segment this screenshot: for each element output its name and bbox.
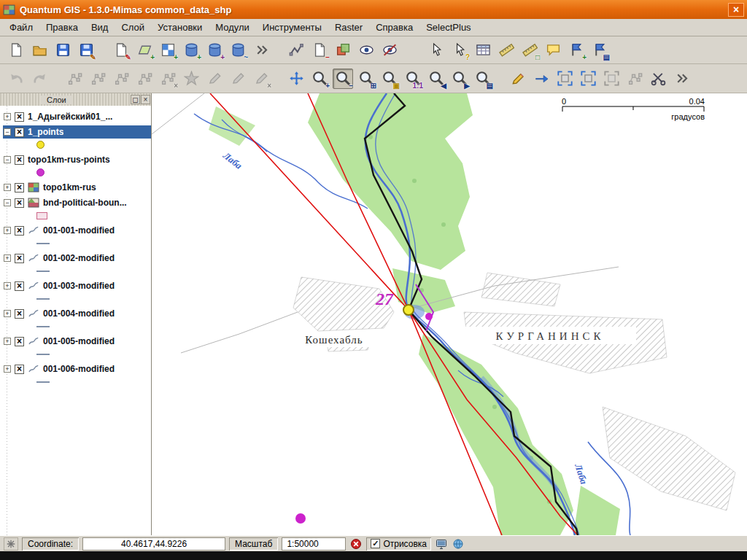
layer-row[interactable]: + × 001-005-modified bbox=[3, 335, 151, 348]
delete-selected-button[interactable]: × bbox=[158, 69, 178, 89]
reshape-features-button[interactable] bbox=[601, 69, 622, 89]
menu-item[interactable]: Установки bbox=[151, 20, 209, 35]
layer-visibility-checkbox[interactable]: × bbox=[15, 309, 24, 319]
stop-render-button[interactable] bbox=[349, 537, 363, 551]
add-to-overview-button[interactable] bbox=[333, 40, 353, 61]
panel-float-button[interactable]: ◻ bbox=[131, 95, 140, 104]
render-status-button[interactable] bbox=[435, 537, 448, 551]
map-canvas[interactable]: 27 Кошехабль КУРГАНИНСК Лаба Лаба bbox=[152, 93, 747, 535]
layer-visibility-checkbox[interactable]: × bbox=[15, 198, 24, 208]
save-project-button[interactable] bbox=[53, 40, 73, 61]
open-attribute-table-button[interactable] bbox=[473, 40, 493, 61]
capture-point-button[interactable] bbox=[181, 69, 201, 89]
pan-to-selected-button[interactable] bbox=[531, 69, 551, 89]
redo-button[interactable] bbox=[29, 69, 50, 89]
move-feature-button[interactable] bbox=[134, 69, 155, 89]
zoom-to-selection-button[interactable]: ▣ bbox=[379, 69, 400, 89]
zoom-out-button[interactable]: − bbox=[333, 69, 353, 89]
menu-item[interactable]: Правка bbox=[39, 20, 85, 35]
expander-toggle[interactable]: + bbox=[4, 365, 11, 373]
expander-toggle[interactable]: + bbox=[4, 310, 11, 317]
zoom-last-button[interactable]: ◀ bbox=[426, 69, 446, 89]
projection-button[interactable] bbox=[452, 537, 465, 551]
split-features-button[interactable] bbox=[648, 69, 668, 89]
capture-polygon-button[interactable] bbox=[228, 69, 248, 89]
menu-item[interactable]: Инструменты bbox=[256, 20, 328, 35]
layer-visibility-checkbox[interactable]: × bbox=[15, 128, 24, 137]
save-project-as-button[interactable]: ✎ bbox=[76, 40, 96, 61]
close-button[interactable]: × bbox=[728, 3, 744, 17]
expander-toggle[interactable]: + bbox=[4, 254, 11, 262]
toggle-editing-button[interactable] bbox=[508, 69, 528, 89]
expander-toggle[interactable]: + bbox=[4, 113, 11, 120]
zoom-in-button[interactable]: + bbox=[309, 69, 330, 89]
add-spatialite-layer-button[interactable]: + bbox=[204, 40, 225, 61]
add-ring-button[interactable] bbox=[554, 69, 575, 89]
layer-visibility-checkbox[interactable]: × bbox=[15, 337, 24, 346]
layer-visibility-checkbox[interactable]: × bbox=[15, 183, 24, 192]
expander-toggle[interactable]: + bbox=[4, 338, 11, 345]
scale-input[interactable] bbox=[282, 537, 346, 551]
layer-visibility-checkbox[interactable]: × bbox=[15, 254, 24, 263]
hide-all-layers-button[interactable] bbox=[379, 40, 400, 61]
toolbar-overflow-button[interactable] bbox=[251, 40, 271, 61]
layer-row[interactable]: − × bnd-political-boun... bbox=[3, 196, 151, 209]
measure-line-button[interactable] bbox=[496, 40, 516, 61]
layer-row[interactable]: + × 001-002-modified bbox=[3, 252, 151, 265]
menu-item[interactable]: Файл bbox=[3, 20, 39, 35]
add-postgis-layer-button[interactable]: + bbox=[181, 40, 201, 61]
layer-row[interactable]: + × 001-004-modified bbox=[3, 307, 151, 320]
menu-item[interactable]: Модули bbox=[209, 20, 256, 35]
render-checkbox[interactable]: ✓ bbox=[371, 539, 380, 548]
layer-row[interactable]: − × 1_points bbox=[3, 125, 151, 139]
measure-area-button[interactable]: □ bbox=[519, 40, 540, 61]
map-tips-button[interactable] bbox=[543, 40, 563, 61]
expander-toggle[interactable]: − bbox=[4, 199, 11, 206]
menu-item[interactable]: Raster bbox=[328, 20, 369, 35]
layer-visibility-checkbox[interactable]: × bbox=[15, 112, 24, 122]
node-tool-button[interactable]: × bbox=[251, 69, 271, 89]
panel-close-button[interactable]: × bbox=[141, 95, 150, 104]
zoom-next-button[interactable]: ▶ bbox=[449, 69, 470, 89]
layer-visibility-checkbox[interactable]: × bbox=[15, 226, 24, 236]
expander-toggle[interactable]: + bbox=[4, 282, 11, 289]
expander-toggle[interactable]: − bbox=[4, 156, 11, 163]
zoom-native-resolution-button[interactable]: 1:1 bbox=[403, 69, 423, 89]
menu-item[interactable]: Вид bbox=[85, 20, 115, 35]
add-vector-layer-button[interactable]: + bbox=[134, 40, 155, 61]
open-project-button[interactable] bbox=[29, 40, 50, 61]
layer-visibility-checkbox[interactable]: × bbox=[15, 155, 24, 165]
show-bookmarks-button[interactable]: ▤ bbox=[589, 40, 610, 61]
coordinate-input[interactable] bbox=[82, 537, 225, 551]
pan-map-button[interactable] bbox=[286, 69, 306, 89]
menu-item[interactable]: SelectPlus bbox=[419, 20, 477, 35]
layer-row[interactable]: − × topo1km-rus-points bbox=[3, 153, 151, 166]
remove-layer-button[interactable]: − bbox=[309, 40, 330, 61]
select-features-button[interactable] bbox=[426, 40, 446, 61]
menu-item[interactable]: Справка bbox=[369, 20, 419, 35]
merge-features-button[interactable] bbox=[624, 69, 645, 89]
identify-features-button[interactable]: ? bbox=[449, 40, 470, 61]
toolbar2-overflow-button[interactable] bbox=[671, 69, 692, 89]
layer-row[interactable]: + × 1_Адыгейский01_... bbox=[3, 110, 151, 123]
layer-row[interactable]: + × topo1km-rus bbox=[3, 181, 151, 194]
expander-toggle[interactable]: − bbox=[4, 128, 11, 136]
new-project-button[interactable] bbox=[6, 40, 26, 61]
new-bookmark-button[interactable]: + bbox=[566, 40, 587, 61]
new-vector-layer-button[interactable]: ✎ bbox=[111, 40, 131, 61]
add-island-button[interactable] bbox=[578, 69, 598, 89]
layer-row[interactable]: + × 001-006-modified bbox=[3, 362, 151, 376]
layer-visibility-checkbox[interactable]: × bbox=[15, 281, 24, 291]
expander-toggle[interactable]: + bbox=[4, 184, 11, 191]
expander-toggle[interactable]: + bbox=[4, 227, 11, 234]
layer-visibility-checkbox[interactable]: × bbox=[15, 365, 24, 374]
undo-button[interactable] bbox=[6, 69, 26, 89]
add-raster-layer-button[interactable]: + bbox=[158, 40, 178, 61]
paste-features-button[interactable] bbox=[111, 69, 131, 89]
layer-row[interactable]: + × 001-003-modified bbox=[3, 279, 151, 292]
toggle-extents-button[interactable] bbox=[4, 537, 18, 551]
new-shapefile-layer-button[interactable] bbox=[286, 40, 306, 61]
show-all-layers-button[interactable] bbox=[356, 40, 376, 61]
layer-row[interactable]: + × 001-001-modified bbox=[3, 224, 151, 237]
add-wms-layer-button[interactable]: ~ bbox=[228, 40, 248, 61]
